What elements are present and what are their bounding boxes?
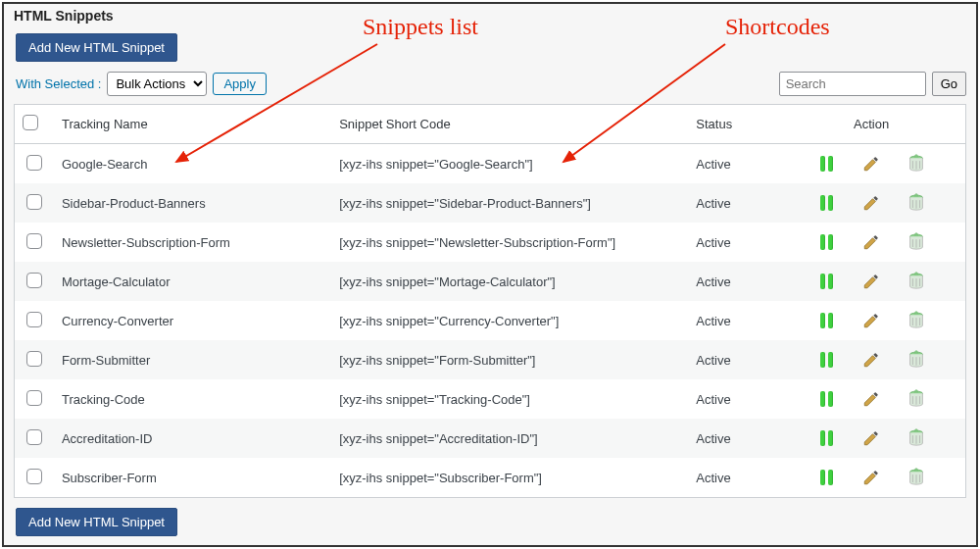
- row-actions: [785, 154, 957, 174]
- snippets-table: Tracking Name Snippet Short Code Status …: [14, 104, 966, 498]
- table-row: Newsletter-Subscription-Form[xyz-ihs sni…: [15, 223, 966, 262]
- snippet-status: Active: [688, 379, 777, 419]
- pause-icon[interactable]: [816, 311, 836, 330]
- snippet-name[interactable]: Google-Search: [54, 144, 331, 184]
- table-row: Sidebar-Product-Banners[xyz-ihs snippet=…: [15, 183, 966, 223]
- snippet-name[interactable]: Subscriber-Form: [54, 458, 331, 498]
- edit-icon[interactable]: [861, 350, 881, 370]
- table-row: Currency-Converter[xyz-ihs snippet="Curr…: [15, 301, 966, 340]
- row-checkbox[interactable]: [26, 351, 42, 367]
- row-actions: [785, 468, 957, 487]
- select-all-header: [15, 105, 54, 144]
- row-actions: [785, 272, 957, 291]
- row-checkbox[interactable]: [26, 273, 42, 288]
- pause-icon[interactable]: [816, 193, 836, 213]
- edit-icon[interactable]: [861, 428, 881, 448]
- snippet-shortcode: [xyz-ihs snippet="Sidebar-Product-Banner…: [331, 183, 688, 223]
- snippet-shortcode: [xyz-ihs snippet="Tracking-Code"]: [331, 379, 688, 419]
- pause-icon[interactable]: [816, 389, 836, 409]
- snippet-status: Active: [688, 419, 777, 458]
- pause-icon[interactable]: [816, 154, 836, 174]
- row-checkbox[interactable]: [26, 469, 42, 484]
- table-row: Google-Search[xyz-ihs snippet="Google-Se…: [15, 144, 966, 184]
- topbar: Add New HTML Snippet: [4, 29, 976, 72]
- snippet-shortcode: [xyz-ihs snippet="Subscriber-Form"]: [331, 458, 688, 498]
- col-short-code[interactable]: Snippet Short Code: [331, 105, 688, 144]
- snippet-status: Active: [688, 301, 777, 340]
- search-input[interactable]: [779, 72, 926, 96]
- delete-icon[interactable]: [906, 193, 926, 213]
- snippet-name[interactable]: Form-Submitter: [54, 340, 331, 379]
- snippet-shortcode: [xyz-ihs snippet="Accreditation-ID"]: [331, 419, 688, 458]
- panel-title: HTML Snippets: [4, 4, 976, 29]
- snippet-status: Active: [688, 458, 777, 498]
- row-checkbox[interactable]: [26, 194, 42, 210]
- pause-icon[interactable]: [816, 468, 836, 487]
- pause-icon[interactable]: [816, 232, 836, 252]
- edit-icon[interactable]: [861, 311, 881, 330]
- snippet-shortcode: [xyz-ihs snippet="Google-Search"]: [331, 144, 688, 184]
- delete-icon[interactable]: [906, 468, 926, 487]
- snippet-shortcode: [xyz-ihs snippet="Newsletter-Subscriptio…: [331, 223, 688, 262]
- table-row: Subscriber-Form[xyz-ihs snippet="Subscri…: [15, 458, 966, 498]
- snippet-name[interactable]: Accreditation-ID: [54, 419, 331, 458]
- row-actions: [785, 350, 957, 370]
- snippet-name[interactable]: Tracking-Code: [54, 379, 331, 419]
- snippet-shortcode: [xyz-ihs snippet="Form-Submitter"]: [331, 340, 688, 379]
- snippet-name[interactable]: Currency-Converter: [54, 301, 331, 340]
- filters-row: With Selected : Bulk Actions Apply Go: [4, 72, 976, 104]
- apply-button[interactable]: Apply: [213, 73, 267, 95]
- col-status[interactable]: Status: [688, 105, 777, 144]
- delete-icon[interactable]: [906, 350, 926, 370]
- edit-icon[interactable]: [861, 193, 881, 213]
- row-actions: [785, 428, 957, 448]
- table-row: Tracking-Code[xyz-ihs snippet="Tracking-…: [15, 379, 966, 419]
- delete-icon[interactable]: [906, 428, 926, 448]
- row-checkbox[interactable]: [26, 233, 42, 249]
- go-button[interactable]: Go: [932, 72, 966, 96]
- bulk-actions-select[interactable]: Bulk Actions: [107, 72, 207, 96]
- edit-icon[interactable]: [861, 468, 881, 487]
- edit-icon[interactable]: [861, 232, 881, 252]
- edit-icon[interactable]: [861, 154, 881, 174]
- snippet-name[interactable]: Mortage-Calculator: [54, 262, 331, 301]
- delete-icon[interactable]: [906, 389, 926, 409]
- table-row: Accreditation-ID[xyz-ihs snippet="Accred…: [15, 419, 966, 458]
- snippet-shortcode: [xyz-ihs snippet="Mortage-Calculator"]: [331, 262, 688, 301]
- snippet-status: Active: [688, 144, 777, 184]
- edit-icon[interactable]: [861, 389, 881, 409]
- delete-icon[interactable]: [906, 311, 926, 330]
- col-action: Action: [777, 105, 965, 144]
- row-actions: [785, 232, 957, 252]
- edit-icon[interactable]: [861, 272, 881, 291]
- pause-icon[interactable]: [816, 350, 836, 370]
- delete-icon[interactable]: [906, 272, 926, 291]
- col-tracking-name[interactable]: Tracking Name: [54, 105, 331, 144]
- snippet-shortcode: [xyz-ihs snippet="Currency-Converter"]: [331, 301, 688, 340]
- snippets-panel: HTML Snippets Add New HTML Snippet With …: [2, 2, 978, 547]
- row-checkbox[interactable]: [26, 155, 42, 171]
- row-actions: [785, 193, 957, 213]
- snippet-status: Active: [688, 340, 777, 379]
- add-new-button-bottom[interactable]: Add New HTML Snippet: [16, 508, 177, 536]
- delete-icon[interactable]: [906, 232, 926, 252]
- pause-icon[interactable]: [816, 272, 836, 291]
- snippet-status: Active: [688, 183, 777, 223]
- snippet-status: Active: [688, 223, 777, 262]
- row-checkbox[interactable]: [26, 312, 42, 327]
- delete-icon[interactable]: [906, 154, 926, 174]
- row-checkbox[interactable]: [26, 429, 42, 445]
- row-actions: [785, 311, 957, 330]
- table-row: Form-Submitter[xyz-ihs snippet="Form-Sub…: [15, 340, 966, 379]
- row-checkbox[interactable]: [26, 390, 42, 406]
- add-new-button-top[interactable]: Add New HTML Snippet: [16, 33, 177, 62]
- snippet-status: Active: [688, 262, 777, 301]
- snippet-name[interactable]: Newsletter-Subscription-Form: [54, 223, 331, 262]
- pause-icon[interactable]: [816, 428, 836, 448]
- row-actions: [785, 389, 957, 409]
- select-all-checkbox[interactable]: [23, 115, 38, 130]
- bottombar: Add New HTML Snippet: [4, 498, 976, 546]
- snippet-name[interactable]: Sidebar-Product-Banners: [54, 183, 331, 223]
- with-selected-label: With Selected :: [16, 76, 101, 91]
- table-row: Mortage-Calculator[xyz-ihs snippet="Mort…: [15, 262, 966, 301]
